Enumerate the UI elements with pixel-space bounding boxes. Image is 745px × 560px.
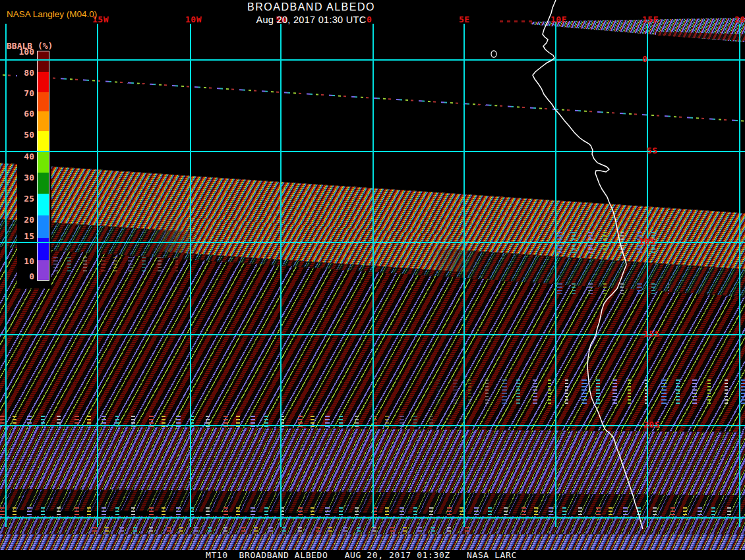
- colorbar-segment-0: [38, 51, 49, 72]
- colorbar-tick-label: 40: [3, 152, 34, 161]
- footer-status-bar: MT10 BROADBAND ALBEDO AUG 20, 2017 01:30…: [0, 550, 745, 560]
- colorbar-tick-label: 50: [3, 130, 34, 139]
- albedo-map-stage: BBALB (%) 100807060504030252015100 15W10…: [0, 0, 745, 560]
- colorbar-tick-label: 10: [3, 257, 34, 266]
- colorbar-segment-6: [38, 173, 49, 194]
- colorbar-tick-label: 80: [3, 69, 34, 77]
- colorbar-tick-label: 20: [3, 215, 34, 224]
- colorbar-segment-8: [38, 215, 49, 238]
- colorbar-segment-3: [38, 111, 49, 131]
- colorbar-segment-7: [38, 194, 49, 215]
- colorbar-segment-2: [38, 92, 49, 111]
- colorbar: [37, 51, 49, 281]
- colorbar-legend: BBALB (%) 100807060504030252015100: [0, 0, 745, 560]
- colorbar-segment-1: [38, 72, 49, 92]
- colorbar-tick-label: 70: [3, 89, 34, 98]
- footer-status-text: MT10 BROADBAND ALBEDO AUG 20, 2017 01:30…: [206, 551, 517, 559]
- colorbar-tick-label: 0: [3, 272, 34, 281]
- colorbar-tick-label: 100: [3, 47, 34, 56]
- colorbar-segment-9: [38, 238, 49, 260]
- colorbar-segment-10: [38, 260, 49, 280]
- colorbar-tick-label: 30: [3, 173, 34, 182]
- colorbar-segment-4: [38, 131, 49, 151]
- colorbar-tick-label: 25: [3, 194, 34, 203]
- colorbar-segment-5: [38, 151, 49, 173]
- colorbar-tick-label: 15: [3, 232, 34, 240]
- colorbar-tick-label: 60: [3, 109, 34, 118]
